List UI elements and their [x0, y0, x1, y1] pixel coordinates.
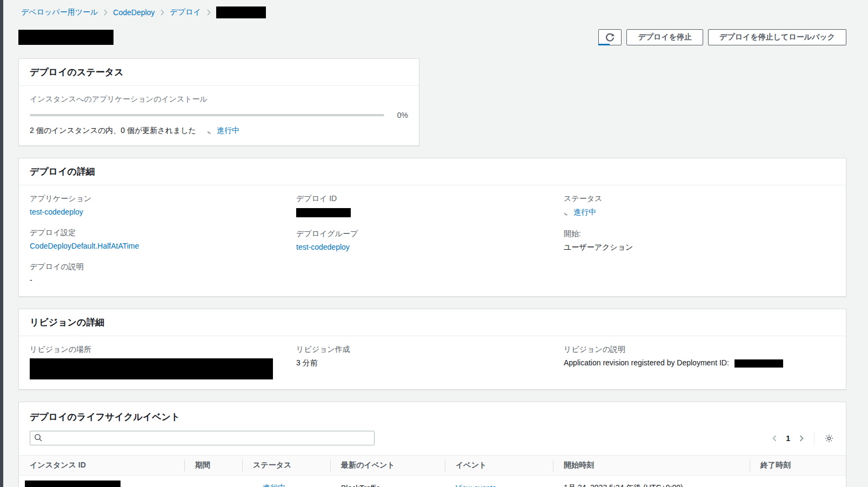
chevron-right-icon — [103, 9, 108, 16]
lifecycle-events-title: デプロイのライフサイクルイベント — [30, 411, 835, 423]
deployment-group-link[interactable]: test-codedeploy — [296, 243, 350, 251]
table-header-row: インスタンス ID 期間 ステータス 最新のイベント イベント 開始時刻 終了時… — [19, 456, 846, 476]
toolbar-divider — [814, 431, 814, 445]
deployment-progress: 0% — [30, 111, 408, 119]
deployment-details-title: デプロイの詳細 — [30, 165, 835, 178]
revision-column-2: リビジョン作成 3 分前 — [296, 345, 564, 385]
status-in-progress-link[interactable]: 進行中 — [573, 208, 596, 217]
page-header: デプロイを停止 デプロイを停止してロールバック — [18, 29, 846, 45]
details-column-1: アプリケーション test-codedeploy デプロイ設定 CodeDepl… — [30, 194, 296, 286]
column-header-instance-id: インスタンス ID — [19, 456, 184, 476]
column-header-events: イベント — [445, 456, 553, 476]
lifecycle-events-table: インスタンス ID 期間 ステータス 最新のイベント イベント 開始時刻 終了時… — [19, 455, 846, 487]
redacted-instance-id — [25, 481, 121, 487]
revision-column-1: リビジョンの場所 — [30, 345, 296, 385]
deployment-details-card: デプロイの詳細 アプリケーション test-codedeploy デプロイ設定 … — [18, 158, 846, 297]
table-row: - 進行中 BlockTraffic View events 1月 24, 20… — [19, 476, 846, 487]
breadcrumb-deployments[interactable]: デプロイ — [170, 8, 201, 17]
lifecycle-events-card: デプロイのライフサイクルイベント 1 — [18, 402, 846, 487]
events-toolbar: 1 — [30, 431, 835, 445]
in-progress-spinner-icon — [564, 209, 570, 216]
table-settings-button[interactable] — [823, 432, 835, 444]
revision-column-3: リビジョンの説明 Application revision registered… — [564, 345, 835, 385]
revision-created-label: リビジョン作成 — [296, 345, 564, 355]
column-header-status: ステータス — [242, 456, 330, 476]
end-time-cell: - — [750, 476, 846, 487]
current-page-number[interactable]: 1 — [786, 434, 790, 443]
redacted-deployment-id — [296, 208, 351, 217]
deployment-id-label: デプロイ ID — [296, 194, 564, 204]
codedeploy-deployment-page: デベロッパー用ツール CodeDeploy デプロイ — [3, 0, 868, 487]
deployment-status-card: デプロイのステータス インスタンスへのアプリケーションのインストール 0% 2 … — [18, 58, 419, 146]
refresh-icon — [605, 33, 615, 42]
deployment-group-label: デプロイグループ — [296, 229, 564, 239]
start-time-cell: 1月 24, 2023 5:24 午後 (UTC+9:00) — [553, 476, 750, 487]
stop-and-rollback-button[interactable]: デプロイを停止してロールバック — [708, 29, 846, 45]
next-page-button[interactable] — [798, 433, 805, 443]
gear-icon — [824, 433, 834, 443]
status-label: ステータス — [564, 194, 835, 204]
application-link[interactable]: test-codedeploy — [30, 208, 83, 216]
redacted-page-title — [18, 30, 113, 45]
application-label: アプリケーション — [30, 194, 296, 204]
current-lifecycle-step: インスタンスへのアプリケーションのインストール — [30, 95, 408, 104]
in-progress-spinner-icon — [207, 128, 213, 134]
breadcrumb-codedeploy[interactable]: CodeDeploy — [113, 8, 155, 17]
stop-deployment-button[interactable]: デプロイを停止 — [626, 29, 703, 45]
in-progress-spinner-icon — [253, 485, 259, 487]
initiated-by-label: 開始: — [564, 229, 835, 239]
revision-location-label: リビジョンの場所 — [30, 345, 296, 355]
instances-updated-summary: 2 個のインスタンスの内、0 個が更新されました — [30, 126, 196, 136]
column-header-end-time: 終了時刻 — [750, 456, 846, 476]
breadcrumb: デベロッパー用ツール CodeDeploy デプロイ — [21, 6, 846, 18]
revision-details-card: リビジョンの詳細 リビジョンの場所 リビジョン作成 3 分前 リビジョンの説明 — [18, 309, 846, 390]
progress-percent: 0% — [384, 111, 408, 119]
search-icon — [34, 433, 43, 442]
revision-description-label: リビジョンの説明 — [564, 345, 835, 355]
row-status-in-progress-link[interactable]: 進行中 — [263, 483, 285, 487]
redacted-revision-location — [30, 358, 273, 379]
deployment-config-label: デプロイ設定 — [30, 228, 296, 238]
pagination: 1 — [771, 433, 805, 443]
column-header-latest-event: 最新のイベント — [330, 456, 445, 476]
details-column-2: デプロイ ID デプロイグループ test-codedeploy — [296, 194, 564, 286]
chevron-right-icon — [160, 9, 164, 16]
column-header-duration: 期間 — [184, 456, 242, 476]
events-search-input[interactable] — [30, 431, 375, 445]
redacted-breadcrumb-deployment-id — [216, 6, 266, 18]
column-header-start-time: 開始時刻 — [553, 456, 750, 476]
duration-cell: - — [184, 476, 242, 487]
initiated-by-value: ユーザーアクション — [564, 243, 835, 252]
deployment-description-value: - — [30, 276, 296, 284]
chevron-right-icon — [799, 435, 804, 442]
breadcrumb-developer-tools[interactable]: デベロッパー用ツール — [21, 8, 98, 17]
revision-created-value: 3 分前 — [296, 358, 564, 368]
redacted-revision-deployment-id — [735, 359, 783, 368]
deployment-status-title: デプロイのステータス — [30, 66, 408, 78]
refresh-loading-indicator — [598, 44, 610, 45]
progress-bar — [30, 114, 384, 116]
status-in-progress-link[interactable]: 進行中 — [217, 126, 239, 136]
events-search — [30, 431, 375, 445]
details-column-3: ステータス 進行中 開始: ユーザーアクション — [564, 194, 835, 286]
header-actions: デプロイを停止 デプロイを停止してロールバック — [598, 29, 846, 45]
refresh-button[interactable] — [598, 29, 622, 45]
previous-page-button[interactable] — [771, 433, 778, 443]
revision-details-title: リビジョンの詳細 — [30, 316, 835, 329]
deployment-config-link[interactable]: CodeDeployDefault.HalfAtATime — [30, 242, 139, 250]
deployment-description-label: デプロイの説明 — [30, 262, 296, 272]
chevron-right-icon — [206, 9, 211, 16]
revision-description-value: Application revision registered by Deplo… — [564, 358, 729, 367]
view-events-link[interactable]: View events — [456, 484, 496, 487]
chevron-left-icon — [772, 435, 777, 442]
latest-event-cell: BlockTraffic — [330, 476, 445, 487]
